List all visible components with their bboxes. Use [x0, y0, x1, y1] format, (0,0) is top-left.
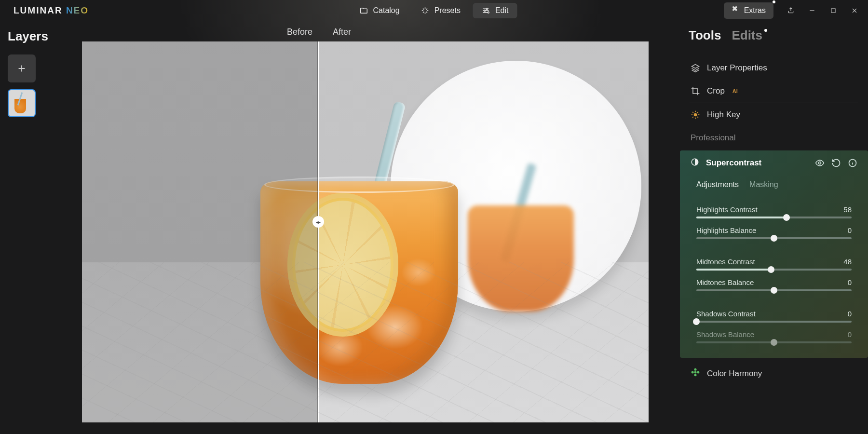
tool-label: Crop: [707, 86, 725, 96]
add-layer-button[interactable]: [8, 54, 36, 82]
supercontrast-panel: Supercontrast Adjustments Masking Highli…: [680, 150, 868, 358]
extras-button[interactable]: Extras: [724, 2, 773, 19]
contrast-icon: [691, 158, 699, 168]
share-icon[interactable]: [787, 7, 795, 14]
slider-value: 0: [848, 226, 852, 234]
app-logo: LUMINAR NEO: [14, 5, 89, 16]
folder-icon: [360, 6, 368, 15]
slider-thumb[interactable]: [693, 318, 700, 325]
slider-track[interactable]: [696, 269, 852, 271]
slider-value: 0: [848, 330, 852, 339]
slider-label-row: Highlights Balance0: [696, 226, 852, 234]
right-panel: Tools Edits Layer Properties Crop AI Hig…: [675, 24, 868, 434]
ai-badge: AI: [732, 88, 738, 94]
svg-point-0: [487, 8, 488, 10]
tab-edits[interactable]: Edits: [732, 28, 762, 43]
supercontrast-title: Supercontrast: [706, 158, 808, 168]
tool-high-key[interactable]: High Key: [689, 103, 859, 126]
window-controls-area: Extras: [724, 2, 858, 19]
extras-label: Extras: [744, 6, 766, 15]
top-bar: LUMINAR NEO Catalog Presets Edit Ex: [0, 0, 868, 21]
before-after-divider[interactable]: ◂▸: [318, 41, 319, 422]
tool-color-harmony[interactable]: Color Harmony: [689, 358, 859, 380]
slider-value: 0: [848, 278, 852, 286]
nav-label: Presets: [434, 6, 461, 15]
slider-track[interactable]: [696, 237, 852, 239]
slider-thumb[interactable]: [768, 266, 774, 273]
layers-icon: [691, 63, 700, 73]
nav-label: Edit: [495, 6, 509, 15]
slider-label: Shadows Contrast: [696, 310, 756, 318]
svg-point-9: [694, 368, 697, 371]
highkey-icon: [691, 110, 700, 120]
right-tabs: Tools Edits: [689, 28, 859, 43]
svg-rect-3: [831, 9, 835, 13]
supercontrast-tabs: Adjustments Masking: [680, 176, 868, 198]
slider-label: Shadows Balance: [696, 330, 754, 339]
slider-value: 0: [848, 310, 852, 318]
maximize-button[interactable]: [829, 7, 837, 14]
flower-icon: [691, 367, 700, 380]
slider-thumb[interactable]: [771, 339, 777, 346]
sparkle-icon: [421, 6, 430, 15]
slider-label: Highlights Balance: [696, 226, 756, 234]
after-label: After: [333, 27, 351, 37]
slider-label-row: Midtones Balance0: [696, 278, 852, 286]
nav-catalog[interactable]: Catalog: [351, 3, 408, 18]
slider-value: 58: [843, 205, 852, 214]
tool-layer-properties[interactable]: Layer Properties: [689, 56, 859, 80]
cocktail-glass: [260, 162, 458, 384]
tool-label: High Key: [707, 110, 740, 120]
slider-thumb[interactable]: [771, 287, 777, 294]
slider-label-row: Shadows Contrast0: [696, 310, 852, 318]
before-label: Before: [287, 27, 312, 37]
slider-label: Midtones Contrast: [696, 258, 755, 266]
slider-label-row: Highlights Contrast58: [696, 205, 852, 214]
slider-track[interactable]: [696, 289, 852, 291]
divider-handle-icon[interactable]: ◂▸: [312, 216, 324, 228]
tool-crop[interactable]: Crop AI: [689, 80, 859, 103]
slider-label-row: Midtones Contrast48: [696, 258, 852, 266]
minimize-button[interactable]: [808, 7, 816, 14]
tab-tools[interactable]: Tools: [689, 28, 721, 43]
supercontrast-sliders: Highlights Contrast58Highlights Balance0…: [680, 205, 868, 343]
reflection: [468, 191, 574, 312]
slider-track[interactable]: [696, 341, 852, 343]
slider-track[interactable]: [696, 321, 852, 323]
slider-thumb[interactable]: [783, 214, 790, 221]
svg-point-8: [694, 371, 697, 374]
svg-point-11: [692, 371, 694, 374]
section-professional: Professional: [689, 126, 859, 148]
sc-tab-adjustments[interactable]: Adjustments: [696, 180, 739, 189]
tool-label: Color Harmony: [707, 369, 762, 379]
svg-point-6: [819, 162, 821, 164]
slider-thumb[interactable]: [771, 235, 777, 242]
nav-label: Catalog: [373, 6, 400, 15]
nav-edit[interactable]: Edit: [473, 3, 517, 18]
svg-point-2: [488, 12, 489, 13]
canvas-area: Before After ◂▸: [82, 24, 649, 434]
close-button[interactable]: [851, 7, 858, 14]
slider-label-row: Shadows Balance0: [696, 330, 852, 339]
svg-point-10: [694, 374, 697, 376]
slider-value: 48: [843, 258, 852, 266]
nav-presets[interactable]: Presets: [412, 3, 469, 18]
slider-label: Midtones Balance: [696, 278, 754, 286]
crop-icon: [691, 86, 700, 96]
layer-thumbnail[interactable]: [8, 89, 36, 117]
sc-tab-masking[interactable]: Masking: [749, 180, 778, 189]
tool-label: Layer Properties: [707, 63, 767, 73]
sliders-icon: [482, 6, 490, 15]
info-icon[interactable]: [848, 158, 857, 168]
slider-label: Highlights Contrast: [696, 205, 758, 214]
layers-panel: Layers: [8, 29, 70, 117]
svg-point-12: [697, 371, 699, 374]
supercontrast-header[interactable]: Supercontrast: [680, 150, 868, 176]
image-canvas[interactable]: ◂▸: [82, 41, 649, 422]
reset-icon[interactable]: [831, 158, 841, 168]
puzzle-icon: [732, 5, 740, 16]
visibility-toggle-icon[interactable]: [815, 158, 825, 168]
slider-track[interactable]: [696, 217, 852, 218]
svg-point-1: [484, 10, 486, 12]
layers-title: Layers: [8, 29, 70, 44]
